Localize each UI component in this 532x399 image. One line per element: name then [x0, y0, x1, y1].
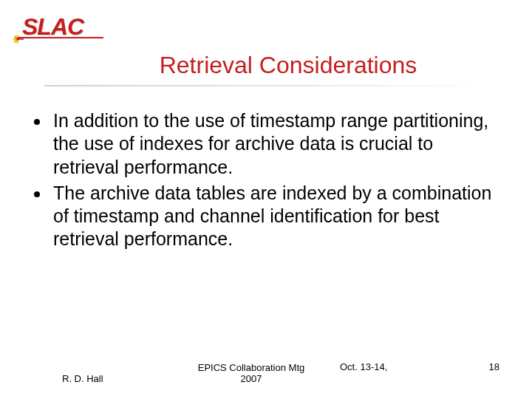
bullet-text: In addition to the use of timestamp rang…: [53, 109, 502, 179]
bullet-dot-icon: [34, 119, 40, 125]
footer-event: EPICS Collaboration Mtg 2007: [185, 362, 318, 384]
footer-event-line1: EPICS Collaboration Mtg: [198, 362, 305, 373]
slac-logo: SLAC: [18, 13, 106, 49]
footer-event-line2: 2007: [241, 373, 262, 384]
footer-author: R. D. Hall: [62, 373, 103, 384]
footer-page-number: 18: [489, 361, 499, 372]
slide-title: Retrieval Considerations: [0, 52, 532, 79]
footer-date: Oct. 13-14,: [340, 361, 387, 372]
slide-content: In addition to the use of timestamp rang…: [33, 109, 502, 254]
bullet-dot-icon: [34, 191, 40, 197]
logo-swoosh-icon: [13, 35, 106, 44]
bullet-item: In addition to the use of timestamp rang…: [33, 109, 502, 179]
bullet-item: The archive data tables are indexed by a…: [33, 182, 502, 251]
bullet-text: The archive data tables are indexed by a…: [53, 182, 502, 251]
title-underline: [44, 85, 488, 86]
slide: SLAC Retrieval Considerations In additio…: [0, 0, 532, 399]
